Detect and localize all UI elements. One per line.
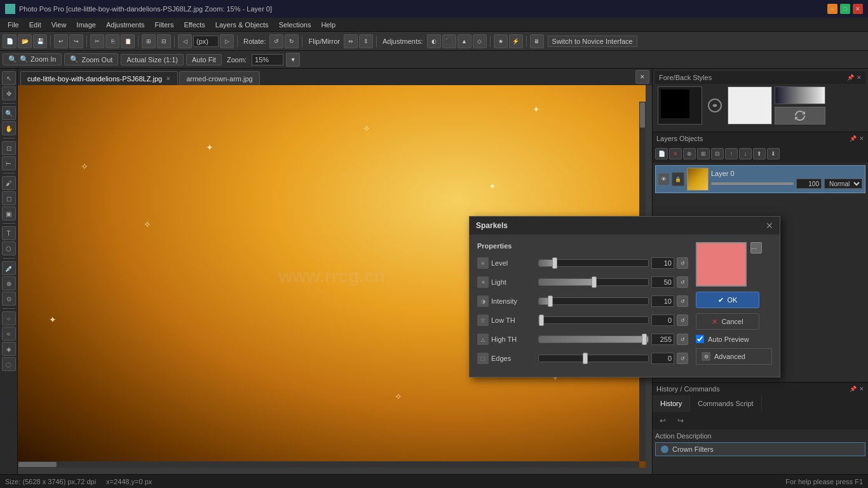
low-th-slider[interactable] <box>538 316 649 324</box>
open-file-button[interactable]: 📂 <box>18 34 32 48</box>
back-color-box[interactable] <box>728 86 772 125</box>
hand-tool[interactable]: ✋ <box>2 121 16 135</box>
shape-tool[interactable]: ⬡ <box>2 241 16 255</box>
menu-file[interactable]: File <box>3 20 24 30</box>
history-tab[interactable]: History <box>653 395 690 412</box>
menu-image[interactable]: Image <box>71 20 101 30</box>
lightning-button[interactable]: ⚡ <box>509 34 523 48</box>
layer-row[interactable]: 👁 🔒 Layer 0 Normal <box>655 165 865 193</box>
brush-size-up[interactable]: ▷ <box>220 34 234 48</box>
reset-styles-btn[interactable] <box>705 95 725 116</box>
auto-preview-checkbox[interactable] <box>696 335 704 343</box>
rotate-left-button[interactable]: ↺ <box>269 34 283 48</box>
maximize-button[interactable]: □ <box>840 4 850 14</box>
edges-value-input[interactable] <box>651 353 674 364</box>
layer-top-btn[interactable]: ⬆ <box>753 148 766 159</box>
level-reset-btn[interactable]: ↺ <box>677 257 688 269</box>
history-close-btn[interactable]: ✕ <box>859 386 864 392</box>
cancel-button[interactable]: ✕ Cancel <box>696 313 759 330</box>
zoom-out-button[interactable]: 🔍 Zoom Out <box>64 53 118 65</box>
menu-edit[interactable]: Edit <box>24 20 46 30</box>
pattern-preview[interactable] <box>775 107 825 125</box>
light-value-input[interactable] <box>651 276 674 288</box>
menu-adjustments[interactable]: Adjustments <box>101 20 150 30</box>
save-file-button[interactable]: 💾 <box>33 34 47 48</box>
minimize-button[interactable]: – <box>827 4 837 14</box>
menu-layers-objects[interactable]: Layers & Objects <box>210 20 274 30</box>
horizontal-scrollbar[interactable] <box>18 461 639 468</box>
flatten-btn[interactable]: ⊟ <box>711 148 724 159</box>
dodge-tool[interactable]: ○ <box>2 311 16 325</box>
menu-help[interactable]: Help <box>316 20 341 30</box>
gradient-preview[interactable] <box>775 86 825 104</box>
smudge-tool[interactable]: ≈ <box>2 327 16 341</box>
zoom-tool[interactable]: 🔍 <box>2 106 16 120</box>
select-all-button[interactable]: ⊞ <box>142 34 156 48</box>
healing-tool[interactable]: ⊕ <box>2 276 16 290</box>
paste-button[interactable]: 📋 <box>121 34 135 48</box>
sparkles-color-preview[interactable] <box>696 242 747 287</box>
sharpen-tool[interactable]: ◈ <box>2 342 16 356</box>
light-slider-thumb[interactable] <box>592 276 597 288</box>
crop-tool[interactable]: ⊡ <box>2 141 16 155</box>
foreback-close-btn[interactable]: ✕ <box>857 74 862 81</box>
clone-tool[interactable]: ⊙ <box>2 292 16 306</box>
adj-btn-2[interactable]: ⬛ <box>442 34 456 48</box>
advanced-button[interactable]: ⚙ Advanced <box>696 348 772 365</box>
close-button[interactable]: ✕ <box>853 4 863 14</box>
layer-lock-icon[interactable]: 🔒 <box>672 172 685 186</box>
low-th-slider-thumb[interactable] <box>539 315 544 326</box>
merge-layer-btn[interactable]: ⊞ <box>697 148 710 159</box>
zoom-value-input[interactable] <box>252 54 283 65</box>
horizontal-scrollbar-thumb[interactable] <box>18 462 57 467</box>
light-slider[interactable] <box>538 278 649 286</box>
intensity-slider-thumb[interactable] <box>548 295 553 307</box>
brush-tool[interactable]: 🖌 <box>2 176 16 190</box>
history-undo-btn[interactable]: ↩ <box>656 415 669 426</box>
edges-slider[interactable] <box>538 355 649 362</box>
high-th-slider[interactable] <box>538 336 649 343</box>
redo-button[interactable]: ↪ <box>69 34 83 48</box>
light-reset-btn[interactable]: ↺ <box>677 276 688 288</box>
layers-pin-btn[interactable]: 📌 <box>850 135 857 142</box>
history-pin-btn[interactable]: 📌 <box>850 386 857 392</box>
zoom-dropdown-btn[interactable]: ▼ <box>286 53 300 67</box>
foreback-pin-btn[interactable]: 📌 <box>847 74 854 81</box>
auto-preview-checkbox-container[interactable]: Auto Preview <box>696 335 749 343</box>
level-slider[interactable] <box>538 259 649 267</box>
tab-armed-crown[interactable]: armed-crown-arm.jpg <box>179 71 260 85</box>
rotate-right-button[interactable]: ↻ <box>285 34 299 48</box>
tab-dandelions[interactable]: cute-little-boy-with-dandelions-PSJ68LZ.… <box>20 71 178 85</box>
blur-tool[interactable]: ◌ <box>2 357 16 371</box>
slice-tool[interactable]: ⊢ <box>2 156 16 170</box>
low-th-value-input[interactable] <box>651 315 674 326</box>
flip-h-button[interactable]: ⇔ <box>344 34 358 48</box>
move-tool[interactable]: ✥ <box>2 86 16 100</box>
eraser-tool[interactable]: ◻ <box>2 191 16 205</box>
high-th-reset-btn[interactable]: ↺ <box>677 334 688 345</box>
level-value-input[interactable] <box>651 257 674 269</box>
intensity-reset-btn[interactable]: ↺ <box>677 295 688 307</box>
level-slider-thumb[interactable] <box>552 257 557 269</box>
sparkles-close-btn[interactable]: ✕ <box>766 220 773 231</box>
text-tool[interactable]: T <box>2 226 16 240</box>
adj-btn-1[interactable]: ◐ <box>427 34 441 48</box>
adj-btn-3[interactable]: ▲ <box>458 34 471 48</box>
low-th-reset-btn[interactable]: ↺ <box>677 315 688 326</box>
menu-view[interactable]: View <box>46 20 72 30</box>
auto-fit-button[interactable]: Auto Fit <box>186 54 222 65</box>
brush-size-input[interactable] <box>193 36 219 47</box>
sparkles-titlebar[interactable]: Sparkels ✕ <box>470 217 780 234</box>
edges-slider-thumb[interactable] <box>583 353 588 364</box>
fore-color-box[interactable] <box>658 86 702 125</box>
copy-button[interactable]: ⎘ <box>105 34 119 48</box>
color-picker-btn[interactable]: ... <box>750 242 762 254</box>
commands-script-tab[interactable]: Commands Script <box>690 395 761 412</box>
intensity-value-input[interactable] <box>651 295 674 307</box>
high-th-slider-thumb[interactable] <box>642 334 647 345</box>
fill-tool[interactable]: ▣ <box>2 207 16 220</box>
flip-v-button[interactable]: ⇕ <box>359 34 373 48</box>
layer-down-btn[interactable]: ↓ <box>739 148 752 159</box>
adj-btn-4[interactable]: ◇ <box>473 34 487 48</box>
interface-icon[interactable]: 🖥 <box>530 34 544 48</box>
